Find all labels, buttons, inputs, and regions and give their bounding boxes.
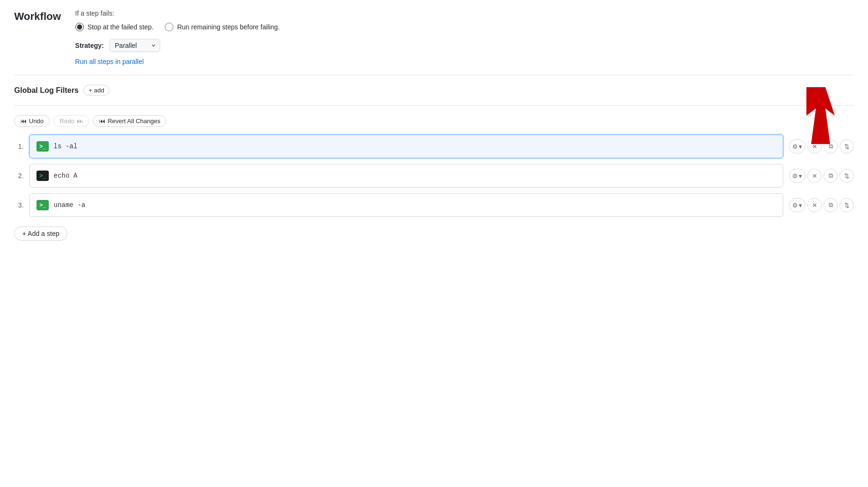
- step-number-3: 3.: [14, 201, 24, 209]
- step-card-3[interactable]: >_ uname -a: [29, 193, 783, 217]
- step-icon-2: >_: [36, 171, 49, 181]
- step-settings-button-3[interactable]: ⚙ ▾: [789, 198, 805, 212]
- step-row-2: 2. >_ echo A ⚙ ▾ ✕ ⧉ ⇅: [14, 164, 854, 188]
- fail-label: If a step fails:: [75, 9, 854, 17]
- radio-run-input[interactable]: [165, 23, 173, 31]
- strategy-label: Strategy:: [75, 42, 104, 49]
- radio-group: Stop at the failed step. Run remaining s…: [75, 23, 854, 31]
- step-card-1[interactable]: >_ ls -al: [29, 135, 783, 158]
- revert-button[interactable]: ⏮ Revert All Changes: [93, 115, 166, 127]
- undo-button[interactable]: ⏮ Undo: [14, 115, 50, 127]
- divider-2: [14, 105, 854, 106]
- gear-icon-2: ⚙: [792, 172, 798, 180]
- step-command-2: echo A: [54, 172, 77, 180]
- step-reorder-button-1[interactable]: ⇅: [840, 139, 854, 153]
- step-number-1: 1.: [14, 143, 24, 150]
- step-row-3: 3. >_ uname -a ⚙ ▾ ✕ ⧉ ⇅: [14, 193, 854, 217]
- step-command-1: ls -al: [54, 143, 77, 150]
- radio-stop[interactable]: Stop at the failed step.: [75, 23, 154, 31]
- redo-button[interactable]: Redo ⏭: [54, 115, 89, 127]
- add-step-button[interactable]: + Add a step: [14, 226, 67, 241]
- step-copy-button-3[interactable]: ⧉: [823, 198, 838, 212]
- step-icon-1: >_: [36, 141, 49, 152]
- divider-1: [14, 75, 854, 75]
- global-log-filters-title: Global Log Filters: [14, 86, 79, 95]
- copy-icon-3: ⧉: [829, 201, 833, 209]
- reorder-icon-2: ⇅: [844, 172, 850, 180]
- radio-stop-input[interactable]: [75, 23, 84, 31]
- fail-section: If a step fails: Stop at the failed step…: [75, 9, 854, 65]
- chevron-down-icon-3: ▾: [799, 202, 802, 209]
- gear-icon-3: ⚙: [792, 202, 798, 209]
- step-actions-2: ⚙ ▾ ✕ ⧉ ⇅: [789, 169, 854, 183]
- revert-label: Revert All Changes: [108, 117, 160, 125]
- copy-icon-2: ⧉: [829, 172, 833, 180]
- radio-run[interactable]: Run remaining steps before failing.: [165, 23, 280, 31]
- copy-icon-1: ⧉: [829, 143, 833, 150]
- step-copy-button-1[interactable]: ⧉: [823, 139, 838, 153]
- revert-icon: ⏮: [99, 117, 105, 125]
- toolbar: ⏮ Undo Redo ⏭ ⏮ Revert All Changes: [14, 115, 854, 127]
- step-command-3: uname -a: [54, 201, 85, 209]
- gear-icon-1: ⚙: [792, 143, 798, 150]
- step-icon-3: >_: [36, 200, 49, 210]
- step-row-1: 1. >_ ls -al ⚙ ▾ ✕ ⧉ ⇅: [14, 135, 854, 158]
- undo-icon: ⏮: [20, 117, 27, 125]
- strategy-row: Strategy: Parallel Sequential: [75, 39, 854, 52]
- global-log-filters-section: Global Log Filters + add: [14, 85, 854, 96]
- step-settings-button-2[interactable]: ⚙ ▾: [789, 169, 805, 183]
- close-icon-3: ✕: [812, 202, 817, 209]
- step-number-2: 2.: [14, 172, 24, 180]
- undo-label: Undo: [29, 117, 44, 125]
- step-delete-button-1[interactable]: ✕: [807, 139, 822, 153]
- strategy-select[interactable]: Parallel Sequential: [109, 39, 160, 52]
- chevron-down-icon-2: ▾: [799, 172, 802, 180]
- chevron-down-icon-1: ▾: [799, 143, 802, 150]
- close-icon-1: ✕: [812, 143, 817, 150]
- step-card-2[interactable]: >_ echo A: [29, 164, 783, 188]
- reorder-icon-3: ⇅: [844, 202, 850, 209]
- step-reorder-button-2[interactable]: ⇅: [840, 169, 854, 183]
- step-delete-button-2[interactable]: ✕: [807, 169, 822, 183]
- redo-label: Redo: [60, 117, 74, 125]
- redo-icon: ⏭: [77, 117, 83, 125]
- run-all-link[interactable]: Run all steps in parallel: [75, 58, 144, 65]
- radio-stop-label: Stop at the failed step.: [88, 23, 154, 31]
- step-reorder-button-3[interactable]: ⇅: [840, 198, 854, 212]
- radio-run-label: Run remaining steps before failing.: [177, 23, 280, 31]
- reorder-icon-1: ⇅: [844, 143, 850, 150]
- step-copy-button-2[interactable]: ⧉: [823, 169, 838, 183]
- page-title: Workflow: [14, 10, 61, 23]
- step-actions-1: ⚙ ▾ ✕ ⧉ ⇅: [789, 139, 854, 153]
- step-settings-button-1[interactable]: ⚙ ▾: [789, 139, 805, 153]
- steps-wrapper: 1. >_ ls -al ⚙ ▾ ✕ ⧉ ⇅ 2. >_ echo A: [14, 135, 854, 241]
- step-delete-button-3[interactable]: ✕: [807, 198, 822, 212]
- add-log-filter-button[interactable]: + add: [83, 85, 109, 96]
- step-actions-3: ⚙ ▾ ✕ ⧉ ⇅: [789, 198, 854, 212]
- close-icon-2: ✕: [812, 172, 817, 180]
